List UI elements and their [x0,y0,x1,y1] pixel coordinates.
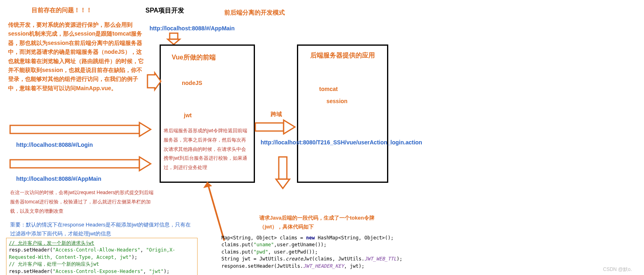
backend-title: 后端服务器提供的应用 [310,51,379,60]
svg-marker-6 [139,123,151,136]
blue-important-note: 重要：默认的情况下在response Headers是不能添加jwt的键值对信息… [10,220,196,238]
svg-marker-8 [139,157,151,171]
frontend-nodejs: nodeJS [182,79,202,87]
c2-l1b: new [306,235,315,241]
code1-comment2: // 允许客户端，处理一个新的响应头jwt [9,261,99,267]
arrow-appmain-bottom [10,156,152,172]
c2-l2a: claims.put( [221,242,253,248]
backend-box [297,44,388,183]
svg-marker-12 [203,182,212,188]
c2-l4b: createJwt [286,256,312,262]
code1-l4a: resp.setHeader( [9,269,53,274]
c2-l2c: ,user.getUname()); [274,242,326,248]
c2-l3a: claims.put( [221,249,253,255]
arrow-cross-domain [255,119,296,135]
frontend-desc: 将后端服务器形成的jwt令牌给返回前端服务器，完事之后并保存，然后每次再次请求其… [164,126,250,172]
c2-l3c: , user.getPwd()); [268,249,318,255]
code1-comment1: // 允许客户端，发一个新的请求头jwt [9,240,94,246]
code1-l4e: ); [164,269,169,274]
frontend-title: Vue所做的前端 [172,53,216,62]
url-appmain-top: http://localhost:8088/#/AppMain [149,24,235,33]
c2-l4a: String jwt = JwtUtils. [221,256,286,262]
code1-l4d: "jwt" [149,269,164,274]
svg-marker-4 [147,73,161,90]
visit-note: 在这一次访问的时候，会将jwt以request Headers的形式提交到后端服… [10,188,156,216]
url-appmain-bottom: http://localhost:8088/#/AppMain [16,175,101,183]
c2-l4e: ); [397,256,402,262]
heading-problem: 目前存在的问题！！！ [32,6,92,15]
svg-rect-2 [255,123,284,131]
cross-domain-label: 跨域 [271,110,282,118]
code1-l2e: ); [131,254,137,260]
backend-tomcat: tomcat [319,85,338,93]
url-backend: http://localhost:8080/T216_SSH/vue/userA… [261,138,382,147]
java-desc: 请求Java后端的一段代码，生成了一个token令牌（jwt），具体代码如下 [259,214,397,231]
arrow-left-to-frontbox [147,73,162,90]
watermark: CSDN @默o. [603,266,632,273]
c2-l4c: (claims, JwtUtils. [312,256,364,262]
c2-l3b: "pwd" [253,249,268,255]
code1-l2c: , [140,247,146,253]
c2-l5c: , jwt); [344,263,364,269]
svg-rect-0 [170,33,178,39]
code1-l2b: "Access-Control-Allow-Headers" [53,247,140,253]
c2-l1a: Map<String, Object> claims = [221,235,306,241]
c2-l2b: "uname" [253,242,274,248]
arrow-backend-down [275,157,291,189]
code-filter: // 允许客户端，发一个新的请求头jwt resp.setHeader("Acc… [6,238,198,275]
svg-line-11 [207,182,224,241]
svg-marker-10 [276,179,290,188]
svg-marker-1 [168,39,180,44]
code1-l2a: resp.setHeader( [9,247,53,253]
left-paragraph: 传统开发，要对系统的资源进行保护，那么会用到session机制来完成，那么ses… [8,20,145,93]
heading-spa: SPA项目开发 [145,6,184,15]
c2-l5b: JWT_HEADER_KEY [303,263,344,269]
c2-l4d: JWT_WEB_TTL [364,256,396,262]
c2-l1c: HashMap<String, Object>(); [315,235,394,241]
svg-rect-7 [10,160,139,168]
svg-rect-5 [10,125,139,133]
backend-session: session [326,97,347,106]
arrow-login [10,121,152,138]
diagram-canvas: 目前存在的问题！！！ SPA项目开发 前后端分离的开发模式 传统开发，要对系统的… [0,0,644,275]
svg-marker-3 [284,120,295,134]
code-java-jwt: Map<String, Object> claims = new HashMap… [221,235,448,270]
frontend-jwt: jwt [184,111,192,120]
url-login: http://localhost:8088/#/Login [16,141,93,149]
svg-rect-9 [279,157,287,179]
heading-mode: 前后端分离的开发模式 [224,8,285,17]
c2-l5a: response.setHeader(JwtUtils. [221,263,303,269]
code1-l4b: "Access-Control-Expose-Headers" [53,269,143,274]
code1-l4c: , [143,269,149,274]
arrow-down-to-frontbox [166,33,182,45]
